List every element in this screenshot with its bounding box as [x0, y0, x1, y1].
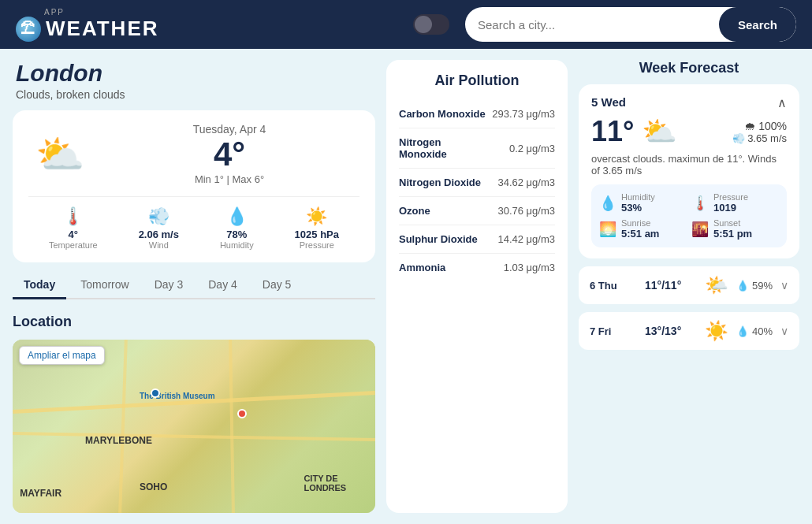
- wind-value: 2.06 m/s: [139, 229, 179, 240]
- weather-temp: 4°: [99, 136, 359, 173]
- forecast-collapse-chevron[interactable]: ∧: [777, 95, 787, 110]
- humidity-icon: 💧: [220, 206, 254, 227]
- tab-tomorrow[interactable]: Tomorrow: [69, 272, 140, 299]
- air-pollution-panel: Air Pollution Carbon Monoxide 293.73 μg/…: [386, 60, 568, 513]
- forecast-row-fri: 7 Fri 13°/13° ☀️ 💧 40% ∨: [579, 312, 799, 350]
- sunset-icon: 🌇: [691, 221, 709, 238]
- forecast-main-body: 11° ⛅ 🌧 100% 💨 3.65 m/s: [591, 115, 787, 148]
- pressure-icon: 🌡️: [691, 195, 709, 212]
- air-co-name: Carbon Monoxide: [399, 108, 486, 120]
- air-ammonia-name: Ammonia: [399, 262, 445, 273]
- forecast-rain-pct: 🌧 100%: [732, 120, 787, 132]
- humidity-detail-label: Humidity: [621, 192, 655, 202]
- forecast-fri-chevron[interactable]: ∨: [780, 325, 788, 337]
- rain-drop-icon: 💧: [736, 325, 749, 337]
- air-title: Air Pollution: [399, 72, 555, 89]
- tab-day4[interactable]: Day 4: [197, 272, 248, 299]
- detail-humidity: 💧 Humidity 53%: [599, 192, 687, 214]
- weather-card: ⛅ Tuesday, Apr 4 4° Min 1° | Max 6° 🌡️ 4…: [13, 110, 375, 262]
- weather-stats: 🌡️ 4° Temperature 💨 2.06 m/s Wind 💧 78% …: [28, 196, 359, 250]
- wind-icon: 💨: [732, 132, 745, 144]
- theme-toggle-wrap: [413, 14, 449, 35]
- air-row-so2: Sulphur Dioxide 14.42 μg/m3: [399, 225, 555, 254]
- forecast-wind: 💨 3.65 m/s: [732, 132, 787, 144]
- sunset-value: 5:51 pm: [713, 228, 752, 240]
- forecast-thu-temp: 11°/11°: [645, 279, 697, 292]
- tab-day5[interactable]: Day 5: [251, 272, 303, 299]
- week-forecast-title: Week Forecast: [579, 60, 799, 76]
- weather-minmax: Min 1° | Max 6°: [99, 173, 359, 185]
- weather-main: Tuesday, Apr 4 4° Min 1° | Max 6°: [99, 123, 359, 185]
- air-so2-value: 14.42 μg/m3: [497, 233, 555, 245]
- sunrise-value: 5:51 am: [621, 228, 659, 240]
- detail-sunrise: 🌅 Sunrise 5:51 am: [599, 218, 687, 240]
- stat-humidity: 💧 78% Humidity: [220, 206, 254, 250]
- main-content: London Clouds, broken clouds ⛅ Tuesday, …: [0, 49, 812, 524]
- logo-icon: ⛱: [16, 17, 41, 42]
- air-no2-value: 34.62 μg/m3: [497, 177, 555, 188]
- weather-date: Tuesday, Apr 4: [99, 123, 359, 136]
- city-info: London Clouds, broken clouds: [13, 60, 375, 101]
- humidity-value: 78%: [220, 229, 254, 240]
- forecast-thu-chevron[interactable]: ∨: [780, 279, 788, 292]
- humidity-label: Humidity: [220, 240, 254, 250]
- map-label-soho: SOHO: [140, 481, 167, 492]
- map-placeholder: The British Museum MARYLEBONE SOHO MAYFA…: [13, 340, 375, 513]
- logo: APP ⛱ WEATHER: [16, 8, 159, 42]
- air-co-value: 293.73 μg/m3: [492, 108, 555, 120]
- city-description: Clouds, broken clouds: [16, 88, 372, 101]
- stat-pressure: ☀️ 1025 hPa Pressure: [295, 206, 339, 250]
- temp-value: 4°: [49, 229, 98, 240]
- search-button[interactable]: Search: [719, 7, 796, 42]
- forecast-fri-day: 7 Fri: [590, 325, 637, 337]
- air-row-ammonia: Ammonia 1.03 μg/m3: [399, 254, 555, 281]
- air-card: Air Pollution Carbon Monoxide 293.73 μg/…: [386, 60, 568, 513]
- toggle-knob: [415, 16, 432, 33]
- sunrise-label: Sunrise: [621, 218, 659, 228]
- forecast-description: overcast clouds. maximun de 11°. Winds o…: [591, 153, 787, 177]
- forecast-details-grid: 💧 Humidity 53% 🌡️ Pressure 1019 🌅: [591, 184, 787, 247]
- air-no-value: 0.2 μg/m3: [509, 143, 555, 154]
- map-expand-button[interactable]: Ampliar el mapa: [19, 346, 105, 365]
- tab-today[interactable]: Today: [13, 272, 66, 299]
- air-ozone-value: 30.76 μg/m3: [497, 205, 555, 217]
- air-ozone-name: Ozone: [399, 205, 430, 217]
- forecast-main-temp: 11°: [591, 115, 634, 148]
- map-container: The British Museum MARYLEBONE SOHO MAYFA…: [13, 340, 375, 513]
- city-name: London: [16, 60, 372, 87]
- app-label: APP: [44, 8, 159, 17]
- rain-drop-icon: 💧: [736, 280, 749, 292]
- rain-icon: 🌧: [744, 120, 755, 132]
- search-input[interactable]: [478, 18, 719, 32]
- humidity-detail-value: 53%: [621, 202, 655, 214]
- forecast-rain-info: 🌧 100% 💨 3.65 m/s: [732, 120, 787, 144]
- sunset-label: Sunset: [713, 218, 752, 228]
- forecast-thu-icon: 🌤️: [705, 274, 728, 296]
- air-ammonia-value: 1.03 μg/m3: [504, 262, 555, 273]
- stat-wind: 💨 2.06 m/s Wind: [139, 206, 179, 250]
- weather-top: ⛅ Tuesday, Apr 4 4° Min 1° | Max 6°: [28, 123, 359, 185]
- weather-logo: ⛱ WEATHER: [16, 17, 159, 42]
- forecast-main-card: 5 Wed ∧ 11° ⛅ 🌧 100% 💨 3.65 m/s overc: [579, 84, 799, 258]
- left-panel: London Clouds, broken clouds ⛅ Tuesday, …: [13, 60, 375, 513]
- air-row-co: Carbon Monoxide 293.73 μg/m3: [399, 100, 555, 128]
- air-row-no: Nitrogen Monoxide 0.2 μg/m3: [399, 128, 555, 169]
- forecast-fri-icon: ☀️: [705, 320, 728, 342]
- air-row-no2: Nitrogen Dioxide 34.62 μg/m3: [399, 169, 555, 197]
- week-forecast-panel: Week Forecast 5 Wed ∧ 11° ⛅ 🌧 100% 💨 3.6…: [579, 60, 799, 513]
- air-no2-name: Nitrogen Dioxide: [399, 177, 481, 188]
- weather-icon: ⛅: [28, 131, 91, 178]
- forecast-main-icon: ⛅: [642, 115, 677, 148]
- detail-sunset: 🌇 Sunset 5:51 pm: [691, 218, 779, 240]
- detail-pressure: 🌡️ Pressure 1019: [691, 192, 779, 214]
- stat-temperature: 🌡️ 4° Temperature: [49, 206, 98, 250]
- forecast-main-day: 5 Wed: [591, 95, 626, 109]
- air-no-name: Nitrogen Monoxide: [399, 136, 486, 160]
- search-bar: Search: [465, 7, 796, 42]
- tab-day3[interactable]: Day 3: [143, 272, 195, 299]
- thermometer-icon: 🌡️: [49, 206, 98, 227]
- pressure-label: Pressure: [295, 240, 339, 250]
- pressure-detail-value: 1019: [713, 202, 748, 214]
- theme-toggle[interactable]: [413, 14, 449, 35]
- air-row-ozone: Ozone 30.76 μg/m3: [399, 197, 555, 225]
